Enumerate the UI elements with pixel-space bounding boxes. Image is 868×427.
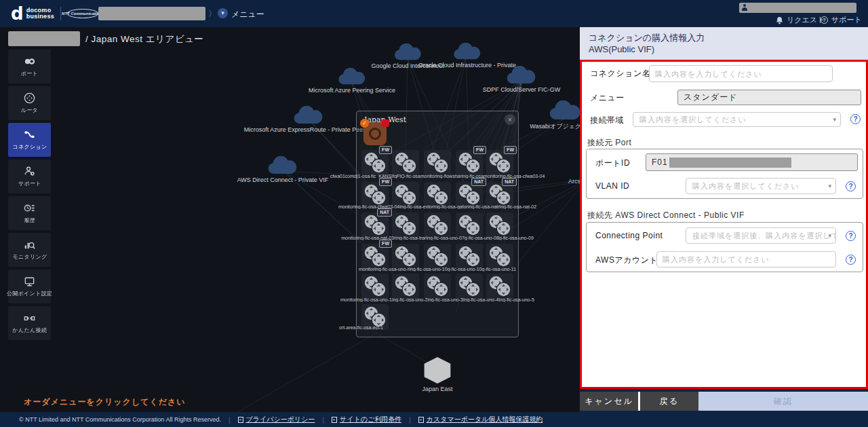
panel-header: コネクションの購入情報入力 AWS(Public VIF) — [580, 27, 868, 60]
cancel-button[interactable]: キャンセル — [580, 392, 638, 411]
router-node[interactable]: FW — [456, 150, 483, 176]
fw-nat-badge: FW — [379, 240, 392, 248]
panel-title-line2: AWS(Public VIF) — [589, 43, 868, 55]
router-node[interactable]: FW — [486, 150, 513, 176]
question-circle-icon: ? — [821, 16, 828, 24]
sidebar-item-connection[interactable]: コネクション — [8, 123, 51, 157]
router-node[interactable]: FW — [361, 244, 389, 270]
router-node[interactable] — [424, 150, 451, 176]
monitor-icon — [23, 275, 36, 288]
redacted-port-id — [669, 157, 791, 168]
router-icon — [466, 159, 480, 173]
router-node[interactable]: FW — [361, 150, 389, 176]
status-message: オーダメニューをクリックしてください — [24, 396, 186, 408]
redacted-tenant-name — [98, 7, 205, 20]
port-id-field: F01 — [646, 153, 858, 171]
vlan-id-label: VLAN ID — [595, 181, 629, 191]
document-icon — [238, 417, 243, 423]
router-icon — [466, 282, 480, 297]
sidebar-item-easy-connect[interactable]: かんたん接続 — [8, 306, 51, 340]
router-icon — [402, 191, 416, 205]
node-row-label: monitoring-fic-osa-cfwa03-04ing-fic-osa-… — [315, 204, 559, 209]
router-icon — [496, 191, 511, 205]
cloud-node-oracle-private[interactable]: Oracle Cloud Infrastructure - Private — [418, 43, 516, 69]
sidebar-item-port[interactable]: ポート — [8, 50, 51, 83]
router-icon — [434, 282, 448, 297]
router-node[interactable] — [486, 212, 513, 238]
router-icon — [434, 221, 448, 236]
sidebar-item-public-point[interactable]: 公開ポイント設定 — [8, 270, 51, 303]
japan-east-label: Japan East — [407, 386, 468, 392]
router-icon — [466, 253, 480, 267]
confirm-button[interactable]: 確認 — [698, 392, 868, 411]
menu-label: メニュー — [590, 92, 625, 104]
router-node[interactable] — [424, 244, 451, 270]
back-button[interactable]: 戻る — [640, 392, 698, 411]
router-node[interactable] — [392, 244, 419, 270]
router-icon — [434, 191, 448, 205]
router-node[interactable] — [424, 212, 451, 238]
top-header-bar: d docomo business NTT Communications 〉 ▼… — [0, 0, 868, 27]
support-person-gear-icon — [23, 165, 36, 178]
close-icon[interactable]: × — [505, 114, 515, 125]
footer-link-personal-info[interactable]: カスタマーポータル個人情報保護規約 — [418, 415, 543, 424]
ntt-communications-logo: NTT Communications — [67, 9, 98, 18]
support-button[interactable]: ? サポート — [821, 15, 862, 25]
router-node[interactable] — [486, 244, 513, 270]
sidebar-item-support[interactable]: サポート — [8, 160, 51, 193]
sidebar-item-monitoring[interactable]: モニタリング — [8, 233, 51, 267]
router-node[interactable] — [392, 150, 419, 176]
footer-link-terms[interactable]: サイトのご利用条件 — [332, 415, 401, 424]
router-icon — [402, 282, 416, 297]
sidebar: ポート ルータ コネクション サポート — [8, 50, 51, 340]
ports-lens — [369, 128, 381, 140]
logo-divider — [60, 7, 61, 20]
redacted-breadcrumb-root — [8, 31, 80, 46]
router-node[interactable] — [456, 274, 483, 299]
connecting-point-select[interactable]: 接続帯域を選択後、購入内容を選択してくだ — [686, 227, 836, 244]
cloud-node-azure-peering[interactable]: Microsoft Azure Peering Service — [309, 68, 395, 94]
footer-link-privacy[interactable]: プライバシーポリシー — [238, 415, 315, 424]
panel-title-line1: コネクションの購入情報入力 — [589, 32, 868, 43]
router-icon — [402, 253, 416, 267]
vlan-help-icon[interactable]: ? — [846, 181, 856, 191]
router-node[interactable] — [392, 212, 419, 238]
destination-section-title: 接続先 AWS Direct Connect - Public VIF — [587, 210, 745, 221]
ports-node-icon[interactable]: ✓ — [363, 122, 387, 145]
vlan-id-select[interactable]: 購入内容を選択してください — [686, 178, 836, 194]
router-node[interactable] — [456, 212, 483, 238]
docomo-business-logo: docomo business — [26, 7, 54, 20]
copyright-text: © NTT Limited and NTT Communications Cor… — [19, 416, 221, 423]
redacted-account-name[interactable] — [739, 3, 856, 13]
cloud-node-wasabi[interactable]: Wasabiオブジェクトスト — [530, 100, 580, 131]
router-node[interactable] — [392, 274, 419, 299]
router-node[interactable]: NAT — [361, 212, 389, 238]
aws-account-input[interactable] — [656, 251, 836, 267]
connection-name-input[interactable] — [649, 65, 833, 82]
router-node[interactable] — [424, 274, 451, 299]
router-icon — [372, 221, 386, 236]
router-node[interactable] — [456, 244, 483, 270]
cloud-node-azure-expressroute[interactable]: Microsoft Azure ExpressRoute - Private P… — [244, 106, 374, 133]
node-row-label: cfwa01comdj1-osa-fic_KANSItgFtQ-fic-osam… — [315, 174, 559, 179]
bandwidth-label: 接続帯域 — [590, 115, 624, 126]
fw-nat-badge: FW — [504, 146, 517, 154]
request-button[interactable]: リクエスト — [776, 15, 825, 25]
menu-button[interactable]: メニュー — [231, 9, 264, 20]
bandwidth-help-icon[interactable]: ? — [850, 114, 861, 124]
router-node[interactable] — [361, 274, 389, 299]
cloud-node-sdpf[interactable]: SDPF Cloud/Server FIC-GW — [483, 66, 561, 93]
chevron-down-circle-icon[interactable]: ▼ — [218, 8, 228, 18]
cloud-node-aws-private-vif[interactable]: AWS Direct Connect - Private VIF — [237, 156, 329, 183]
sidebar-item-router[interactable]: ルータ — [8, 86, 51, 120]
aws-account-help-icon[interactable]: ? — [846, 255, 856, 265]
router-icon — [466, 191, 480, 205]
footer-separator: | — [409, 416, 411, 424]
bandwidth-select[interactable]: 購入内容を選択してください — [633, 112, 841, 127]
router-icon — [434, 159, 448, 173]
router-node[interactable] — [486, 274, 513, 299]
router-icon — [23, 92, 36, 105]
sidebar-item-history[interactable]: 履歴 — [8, 196, 51, 230]
cloud-icon — [336, 68, 368, 86]
connecting-point-help-icon[interactable]: ? — [846, 231, 856, 241]
